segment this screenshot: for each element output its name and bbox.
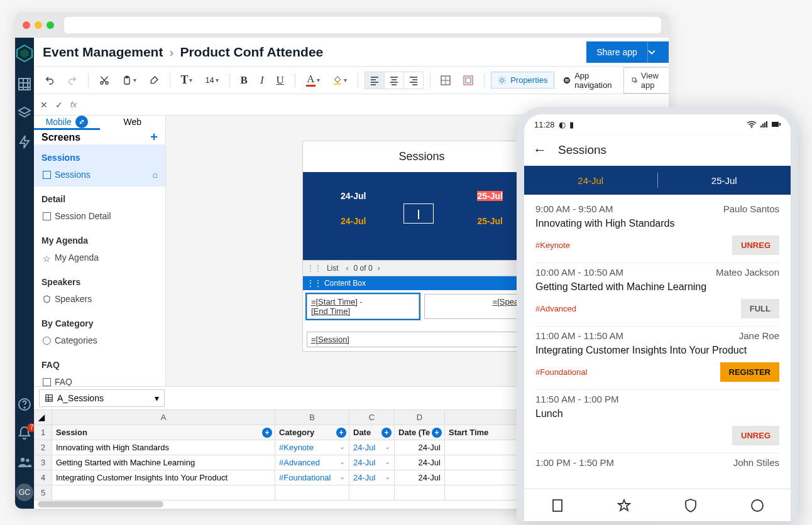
full-button[interactable]: FULL: [741, 299, 779, 318]
maximize-window-icon[interactable]: [47, 21, 54, 29]
screen-group-detail[interactable]: Detail Session Detail: [34, 187, 165, 228]
close-window-icon[interactable]: [23, 21, 30, 29]
screen-group-my-agenda[interactable]: My Agenda ☆My Agenda: [34, 228, 165, 269]
italic-button[interactable]: I: [256, 71, 268, 90]
date-tab-active[interactable]: 24-Jul: [524, 175, 657, 186]
grid-select-all[interactable]: ◢: [35, 410, 52, 425]
svg-rect-16: [334, 83, 341, 84]
drag-handle-icon[interactable]: ⋮⋮: [307, 264, 322, 273]
borders-icon[interactable]: [436, 72, 455, 89]
svg-rect-30: [772, 122, 779, 127]
nav-agenda-icon[interactable]: [617, 498, 632, 513]
unregister-button[interactable]: UNREG: [732, 235, 779, 255]
people-icon[interactable]: [17, 455, 32, 470]
clock-icon: ◐: [559, 120, 566, 129]
svg-rect-25: [46, 395, 53, 402]
session-item[interactable]: 10:00 AM - 10:50 AMMateo Jackson Getting…: [535, 263, 779, 327]
underline-button[interactable]: U: [272, 71, 288, 90]
session-item[interactable]: 11:00 AM - 11:50 AMJane Roe Integrating …: [535, 327, 779, 390]
tab-mobile[interactable]: Mobile: [34, 116, 100, 130]
app-icon: ▮: [569, 120, 574, 129]
content-box-header[interactable]: ⋮⋮ Content Box: [303, 276, 540, 290]
user-avatar[interactable]: GC: [16, 484, 33, 501]
link-badge-icon: [75, 116, 88, 128]
browser-chrome: [15, 13, 669, 38]
screens-title: Screens: [41, 132, 80, 143]
grid-icon[interactable]: [17, 77, 32, 92]
mobile-status-bar: 11:28 ◐ ▮: [524, 114, 791, 134]
add-column-icon[interactable]: +: [381, 428, 392, 438]
fill-color-dropdown[interactable]: ▾: [328, 72, 351, 89]
grid-style-icon[interactable]: [459, 72, 478, 89]
field-session[interactable]: =[Session]: [307, 332, 537, 347]
undo-icon[interactable]: [40, 72, 59, 89]
back-icon[interactable]: ←: [533, 142, 547, 158]
register-button[interactable]: REGISTER: [720, 362, 779, 382]
wifi-icon: [747, 121, 757, 128]
screen-preview[interactable]: Sessions 24-Jul 25-Jul | 24-Jul 25-Jul ⋮…: [302, 141, 541, 352]
app-logo-icon[interactable]: [15, 44, 34, 63]
svg-point-13: [106, 82, 108, 84]
minimize-window-icon[interactable]: [35, 21, 42, 29]
mobile-session-list[interactable]: 9:00 AM - 9:50 AMPaulo Santos Innovating…: [524, 195, 791, 480]
nav-speakers-icon[interactable]: [683, 498, 698, 513]
app-rail: GC: [15, 38, 34, 509]
align-left-icon[interactable]: [365, 72, 385, 89]
add-column-icon[interactable]: +: [336, 428, 346, 438]
cut-icon[interactable]: [95, 72, 114, 89]
bold-button[interactable]: B: [236, 71, 252, 90]
breadcrumb-root[interactable]: Event Management: [43, 45, 163, 60]
mobile-bottom-nav: [524, 489, 791, 521]
add-column-icon[interactable]: +: [432, 428, 442, 438]
pager-next-icon[interactable]: ›: [375, 264, 383, 273]
session-item[interactable]: 11:50 AM - 1:00 PM Lunch UNREG: [535, 390, 779, 453]
font-size-dropdown[interactable]: 14 ▾: [200, 72, 222, 88]
drag-handle-icon[interactable]: ⋮⋮: [307, 279, 322, 288]
horizontal-scrollbar[interactable]: [38, 501, 163, 507]
align-center-icon[interactable]: [385, 72, 404, 89]
screen-group-sessions[interactable]: Sessions Sessions⌂: [34, 145, 165, 187]
view-app-button[interactable]: View app: [623, 67, 669, 94]
svg-point-29: [751, 127, 752, 128]
redo-icon[interactable]: [63, 72, 82, 89]
preview-date-tabs[interactable]: 24-Jul 25-Jul | 24-Jul 25-Jul: [303, 172, 540, 260]
star-icon: ☆: [43, 254, 51, 262]
layers-icon[interactable]: [17, 106, 32, 121]
text-color-dropdown[interactable]: A▾: [302, 70, 325, 90]
notifications-icon[interactable]: [17, 426, 32, 441]
screen-group-speakers[interactable]: Speakers Speakers: [34, 269, 165, 311]
font-family-dropdown[interactable]: T▾: [176, 70, 197, 90]
svg-point-12: [101, 82, 103, 84]
session-item[interactable]: 9:00 AM - 9:50 AMPaulo Santos Innovating…: [535, 200, 779, 263]
bolt-icon[interactable]: [17, 134, 32, 149]
date-tab-other[interactable]: 25-Jul: [658, 175, 791, 186]
session-item[interactable]: 1:00 PM - 1:50 PMJohn Stiles: [535, 453, 779, 475]
add-column-icon[interactable]: +: [262, 428, 272, 438]
nav-sessions-icon[interactable]: [550, 498, 565, 513]
help-icon[interactable]: [17, 397, 32, 412]
formula-cancel-icon[interactable]: ✕: [40, 100, 48, 110]
screen-group-by-category[interactable]: By Category Categories: [34, 311, 165, 352]
tab-web[interactable]: Web: [100, 116, 166, 130]
unregister-button[interactable]: UNREG: [732, 426, 779, 445]
url-bar[interactable]: [64, 17, 661, 33]
share-app-dropdown[interactable]: [647, 41, 669, 63]
pager-prev-icon[interactable]: ‹: [344, 264, 351, 273]
app-navigation-button[interactable]: App navigation: [558, 68, 619, 93]
add-screen-icon[interactable]: +: [150, 130, 158, 144]
svg-marker-7: [19, 107, 30, 114]
properties-button[interactable]: Properties: [491, 72, 554, 89]
traffic-lights: [23, 21, 54, 29]
chevron-right-icon: ›: [169, 45, 173, 60]
sheet-selector[interactable]: A_Sessions ▾: [39, 389, 165, 407]
nav-categories-icon[interactable]: [750, 498, 765, 513]
field-start-end-time[interactable]: =[Start Time] - [End Time]: [307, 294, 419, 319]
align-right-icon[interactable]: [404, 72, 423, 89]
svg-marker-1: [20, 49, 29, 58]
screen-group-faq[interactable]: FAQ FAQ: [34, 352, 165, 386]
format-painter-icon[interactable]: [145, 72, 163, 89]
paste-icon[interactable]: ▾: [118, 72, 141, 89]
list-component-header[interactable]: ⋮⋮ List ‹0 of 0›: [303, 260, 540, 276]
formula-accept-icon[interactable]: ✓: [55, 100, 63, 110]
share-app-button[interactable]: Share app: [586, 41, 647, 63]
